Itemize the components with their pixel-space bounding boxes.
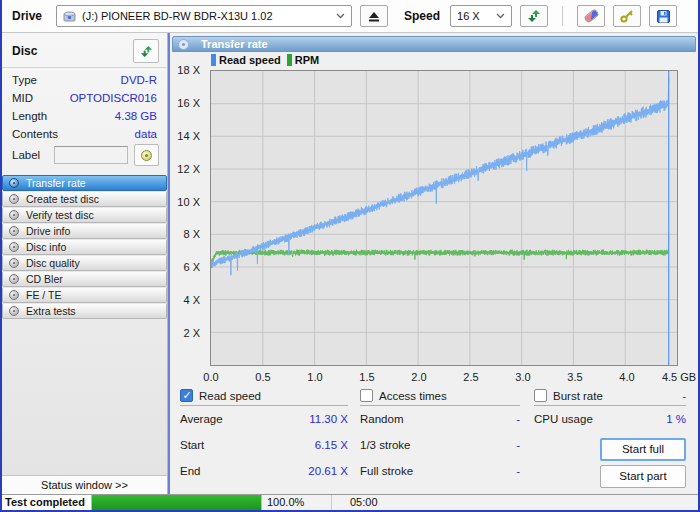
stat-row-full-stroke: Full stroke - [360,458,520,484]
stats-access-times: Access times Random - 1/3 stroke - Full … [360,388,520,484]
stat-value: 1 % [666,413,686,425]
chevron-down-icon [496,13,505,19]
refresh-disc-button[interactable] [133,39,159,63]
disc-icon [9,242,19,252]
nav-item-disc-info[interactable]: Disc info [2,239,167,255]
nav-item-disc-quality[interactable]: Disc quality [2,255,167,271]
disc-panel-title: Disc [12,44,37,58]
nav-item-label: Disc info [26,241,66,253]
stat-row-cpu-usage: CPU usage 1 % [534,406,686,432]
stat-row-average: Average 11.30 X [180,406,348,432]
stat-value: - [516,439,520,451]
nav-item-cd-bler[interactable]: CD Bler [2,271,167,287]
access-times-checkbox[interactable] [360,389,373,402]
disc-icon [9,258,19,268]
disc-icon [9,210,19,220]
stat-label: 1/3 stroke [360,439,411,451]
disc-icon [141,150,152,161]
disc-quality-tool-button[interactable] [577,5,605,27]
nav-item-fe-te[interactable]: FE / TE [2,287,167,303]
divider [2,67,167,68]
stats-burst-rate: Burst rate - CPU usage 1 % [534,388,686,432]
toolbar: Drive (J:) PIONEER BD-RW BDR-X13U 1.02 S… [2,0,698,33]
disc-icon [9,290,19,300]
chart-legend: Read speed RPM [211,54,319,66]
disc-field-type: Type DVD-R [12,74,157,90]
x-axis-labels: 0.00.51.01.52.02.53.03.54.04.5 GB [211,371,679,385]
nav-item-label: Disc quality [26,257,80,269]
disc-field-mid: MID OPTODISCR016 [12,92,157,108]
read-speed-legend-swatch [211,54,216,66]
stat-row-third-stroke: 1/3 stroke - [360,432,520,458]
field-label: Contents [12,128,58,144]
field-value: data [135,128,157,144]
progress-fill [92,495,261,510]
nav-item-verify-test-disc[interactable]: Verify test disc [2,207,167,223]
rpm-legend-label: RPM [295,54,319,66]
pill-icon [583,8,600,24]
stat-value: - [516,465,520,477]
save-button[interactable] [649,5,677,27]
stat-title: Access times [379,390,447,402]
read-speed-legend-label: Read speed [219,54,281,66]
save-icon [657,10,670,23]
stat-title: Read speed [199,390,261,402]
disc-label-row: Label [12,143,159,167]
status-window-button[interactable]: Status window >> [2,475,167,494]
app-window: Drive (J:) PIONEER BD-RW BDR-X13U 1.02 S… [0,0,700,512]
speed-select[interactable]: 16 X [450,5,512,27]
stat-value: 20.61 X [308,465,348,477]
field-value: 4.38 GB [115,110,157,126]
field-label: Type [12,74,37,90]
drive-label: Drive [12,9,42,23]
burst-rate-checkbox[interactable] [534,389,547,402]
nav-item-label: CD Bler [26,273,63,285]
label-input[interactable] [54,146,128,164]
nav-item-label: Create test disc [26,193,99,205]
refresh-icon [527,9,541,23]
nav-item-extra-tests[interactable]: Extra tests [2,303,167,319]
disc-icon [9,226,19,236]
speed-value: 16 X [457,10,480,22]
stat-header-value: - [682,390,686,402]
eject-icon [368,11,380,22]
start-part-button[interactable]: Start part [600,465,686,488]
panel-title: Transfer rate [201,38,268,50]
start-full-button[interactable]: Start full [600,438,686,461]
drive-select[interactable]: (J:) PIONEER BD-RW BDR-X13U 1.02 [56,5,352,27]
nav-item-create-test-disc[interactable]: Create test disc [2,191,167,207]
read-speed-checkbox[interactable] [180,389,193,402]
panel-title-bar: Transfer rate [172,36,696,52]
disc-icon [9,194,19,204]
write-label-button[interactable] [134,144,159,166]
progress-percent: 100.0% [262,495,332,510]
nav-item-drive-info[interactable]: Drive info [2,223,167,239]
stat-label: End [180,465,200,477]
chevron-down-icon [336,13,345,19]
disc-icon [9,178,19,188]
disc-icon [178,39,189,50]
stat-row-random: Random - [360,406,520,432]
nav-item-label: Transfer rate [26,177,86,189]
license-button[interactable] [613,5,641,27]
refresh-speed-button[interactable] [520,5,548,27]
disc-icon [9,274,19,284]
stat-row-start: Start 6.15 X [180,432,348,458]
eject-button[interactable] [360,5,388,27]
progress-bar [92,495,262,510]
toolbar-separator [562,6,563,26]
field-value: DVD-R [121,74,157,90]
transfer-rate-chart [210,70,678,366]
stat-value: 6.15 X [315,439,348,451]
stat-label: CPU usage [534,413,593,425]
nav-item-transfer-rate[interactable]: Transfer rate [2,175,167,191]
transfer-rate-panel: Transfer rate Read speed RPM 18 X16 X14 … [170,33,698,494]
disc-field-contents: Contents data [12,128,157,144]
stat-label: Random [360,413,403,425]
field-label: MID [12,92,33,108]
speed-label: Speed [404,9,440,23]
refresh-icon [140,45,153,58]
label-field-label: Label [12,149,40,161]
status-bar: Test completed 100.0% 05:00 [2,494,698,510]
field-value: OPTODISCR016 [70,92,157,108]
